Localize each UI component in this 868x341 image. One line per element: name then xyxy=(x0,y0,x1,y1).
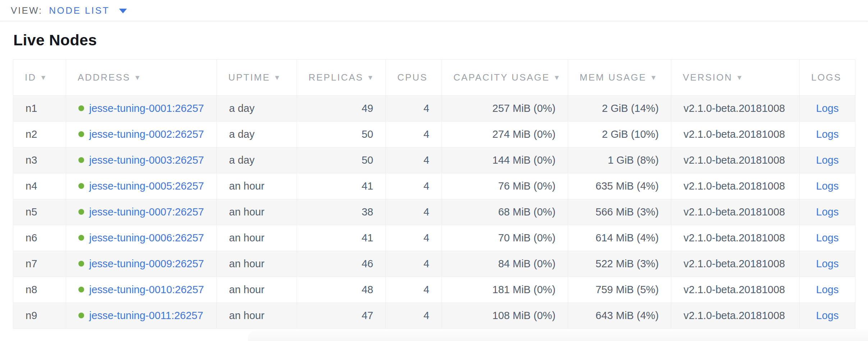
cell-address: jesse-tuning-0011:26257 xyxy=(66,303,217,329)
column-header-replicas[interactable]: REPLICAS▼ xyxy=(297,60,386,96)
table-row: n3jesse-tuning-0003:26257a day504144 MiB… xyxy=(13,147,855,173)
cell-mem: 2 GiB (14%) xyxy=(568,96,671,122)
column-header-uptime[interactable]: UPTIME▼ xyxy=(217,60,297,96)
cell-capacity: 181 MiB (0%) xyxy=(442,277,568,303)
column-header-label: REPLICAS xyxy=(309,72,364,83)
logs-link[interactable]: Logs xyxy=(816,258,839,269)
cell-capacity: 257 MiB (0%) xyxy=(442,96,568,122)
node-address-link[interactable]: jesse-tuning-0010:26257 xyxy=(89,284,204,295)
sort-desc-icon: ▼ xyxy=(134,74,142,82)
cell-uptime: an hour xyxy=(217,225,297,251)
node-status-icon xyxy=(78,235,84,241)
cell-capacity: 84 MiB (0%) xyxy=(442,251,568,277)
view-label: VIEW: xyxy=(11,5,42,16)
column-header-label: LOGS xyxy=(811,72,841,83)
cell-logs: Logs xyxy=(800,96,855,122)
cell-cpus: 4 xyxy=(386,303,442,329)
column-header-capacity[interactable]: CAPACITY USAGE▼ xyxy=(442,60,568,96)
column-header-label: ADDRESS xyxy=(78,72,131,83)
cell-cpus: 4 xyxy=(386,122,442,147)
column-header-label: ID xyxy=(25,72,36,83)
sort-desc-icon: ▼ xyxy=(40,74,48,82)
logs-link[interactable]: Logs xyxy=(816,180,839,192)
table-row: n4jesse-tuning-0005:26257an hour41476 Mi… xyxy=(13,173,855,199)
cell-mem: 614 MiB (4%) xyxy=(568,225,671,251)
cell-version: v2.1.0-beta.20181008 xyxy=(671,277,800,303)
node-status-icon xyxy=(78,131,84,137)
cell-address: jesse-tuning-0005:26257 xyxy=(66,173,217,199)
cell-address: jesse-tuning-0010:26257 xyxy=(66,277,217,303)
cell-uptime: a day xyxy=(217,147,297,173)
cell-id: n1 xyxy=(13,96,66,122)
cell-replicas: 49 xyxy=(297,96,386,122)
cell-logs: Logs xyxy=(800,173,855,199)
cell-id: n6 xyxy=(13,225,66,251)
cell-cpus: 4 xyxy=(386,96,442,122)
node-address-link[interactable]: jesse-tuning-0006:26257 xyxy=(89,232,204,244)
node-address-link[interactable]: jesse-tuning-0007:26257 xyxy=(89,206,204,218)
cell-replicas: 50 xyxy=(297,147,386,173)
column-header-label: MEM USAGE xyxy=(580,72,647,83)
view-selected-value[interactable]: NODE LIST xyxy=(49,5,110,16)
node-address-link[interactable]: jesse-tuning-0001:26257 xyxy=(89,103,204,114)
table-row: n2jesse-tuning-0002:26257a day504274 MiB… xyxy=(13,122,855,147)
column-header-cpus: CPUS xyxy=(386,60,442,96)
node-address-link[interactable]: jesse-tuning-0009:26257 xyxy=(89,258,204,269)
column-header-label: CPUS xyxy=(397,72,428,83)
cell-mem: 635 MiB (4%) xyxy=(568,173,671,199)
bottom-scroll-shade xyxy=(248,329,868,341)
node-address-link[interactable]: jesse-tuning-0002:26257 xyxy=(89,128,204,140)
cell-version: v2.1.0-beta.20181008 xyxy=(671,96,800,122)
logs-link[interactable]: Logs xyxy=(816,154,839,166)
cell-id: n2 xyxy=(13,122,66,147)
logs-link[interactable]: Logs xyxy=(816,103,839,114)
cell-version: v2.1.0-beta.20181008 xyxy=(671,173,800,199)
column-header-version[interactable]: VERSION▼ xyxy=(671,60,800,96)
node-status-icon xyxy=(78,209,84,215)
logs-link[interactable]: Logs xyxy=(816,310,839,321)
node-address-link[interactable]: jesse-tuning-0003:26257 xyxy=(89,154,204,166)
logs-link[interactable]: Logs xyxy=(816,232,839,244)
column-header-id[interactable]: ID▼ xyxy=(13,60,66,96)
node-status-icon xyxy=(78,313,84,318)
logs-link[interactable]: Logs xyxy=(816,206,839,218)
cell-uptime: an hour xyxy=(217,251,297,277)
cell-capacity: 68 MiB (0%) xyxy=(442,199,568,225)
node-address-link[interactable]: jesse-tuning-0005:26257 xyxy=(89,180,204,192)
cell-cpus: 4 xyxy=(386,251,442,277)
cell-version: v2.1.0-beta.20181008 xyxy=(671,122,800,147)
cell-replicas: 38 xyxy=(297,199,386,225)
cell-id: n5 xyxy=(13,199,66,225)
logs-link[interactable]: Logs xyxy=(816,284,839,295)
cell-logs: Logs xyxy=(800,277,855,303)
cell-capacity: 274 MiB (0%) xyxy=(442,122,568,147)
column-header-address[interactable]: ADDRESS▼ xyxy=(66,60,217,96)
table-header-row: ID▼ADDRESS▼UPTIME▼REPLICAS▼CPUSCAPACITY … xyxy=(13,60,855,96)
node-status-icon xyxy=(78,105,84,111)
cell-address: jesse-tuning-0002:26257 xyxy=(66,122,217,147)
view-node-list-dropdown[interactable]: NODE LIST xyxy=(49,5,127,16)
cell-mem: 522 MiB (3%) xyxy=(568,251,671,277)
cell-logs: Logs xyxy=(800,251,855,277)
cell-capacity: 70 MiB (0%) xyxy=(442,225,568,251)
live-nodes-table-container: ID▼ADDRESS▼UPTIME▼REPLICAS▼CPUSCAPACITY … xyxy=(13,59,855,329)
cell-logs: Logs xyxy=(800,225,855,251)
node-address-link[interactable]: jesse-tuning-0011:26257 xyxy=(89,310,203,321)
sort-desc-icon: ▼ xyxy=(367,74,375,82)
column-header-label: UPTIME xyxy=(228,72,270,83)
cell-cpus: 4 xyxy=(386,173,442,199)
node-status-icon xyxy=(78,261,84,267)
view-bar: VIEW: NODE LIST xyxy=(0,0,868,21)
cell-address: jesse-tuning-0006:26257 xyxy=(66,225,217,251)
cell-logs: Logs xyxy=(800,303,855,329)
cell-id: n4 xyxy=(13,173,66,199)
cell-mem: 643 MiB (4%) xyxy=(568,303,671,329)
cell-replicas: 47 xyxy=(297,303,386,329)
cell-version: v2.1.0-beta.20181008 xyxy=(671,147,800,173)
sort-desc-icon: ▼ xyxy=(650,74,658,82)
cell-capacity: 76 MiB (0%) xyxy=(442,173,568,199)
column-header-mem[interactable]: MEM USAGE▼ xyxy=(568,60,671,96)
logs-link[interactable]: Logs xyxy=(816,128,839,140)
cell-cpus: 4 xyxy=(386,199,442,225)
live-nodes-table: ID▼ADDRESS▼UPTIME▼REPLICAS▼CPUSCAPACITY … xyxy=(13,59,855,329)
